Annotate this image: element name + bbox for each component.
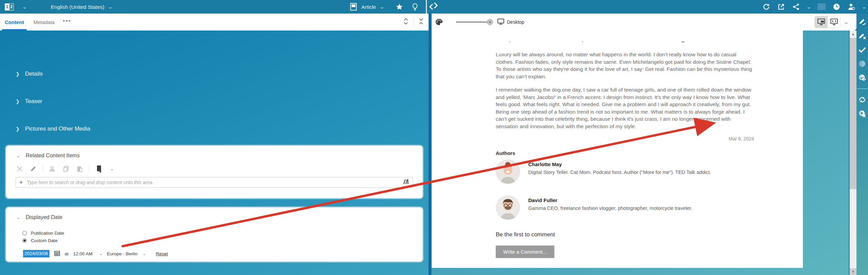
- chevron-down-icon[interactable]: ⌄: [22, 4, 27, 9]
- article-doc-icon: [349, 3, 357, 11]
- add-item-icon[interactable]: [95, 165, 103, 173]
- tab-content-label: Content: [5, 19, 24, 25]
- expand-all-icon[interactable]: [403, 18, 409, 26]
- lightbulb-icon[interactable]: [411, 3, 419, 11]
- app-icon[interactable]: 1 2: [5, 3, 14, 11]
- authors-heading: Authors: [496, 150, 754, 156]
- editor-panel: Content Metadata ••• ❯ Details: [0, 14, 429, 275]
- analytics-icon: [817, 3, 826, 11]
- article-paragraph: I remember walking the dog one day, I sa…: [496, 86, 754, 130]
- language-label: English (United States): [51, 4, 104, 10]
- open-in-new-icon[interactable]: [777, 3, 785, 11]
- scroll-up-arrow[interactable]: ▲: [850, 31, 856, 37]
- edit-icon[interactable]: [29, 165, 37, 173]
- preview-options-chevron-icon[interactable]: ⌄: [843, 19, 849, 25]
- zoom-slider[interactable]: [456, 22, 490, 22]
- section-label: Details: [25, 71, 43, 77]
- radio-custom-date[interactable]: Custom Date: [22, 238, 58, 243]
- cut-icon[interactable]: [48, 165, 57, 173]
- time-value: 12:00 AM: [73, 251, 93, 256]
- sync-arrows-icon[interactable]: [859, 96, 866, 103]
- share-chevron-icon[interactable]: ⌄: [806, 4, 811, 9]
- history-clock-icon[interactable]: [832, 3, 841, 11]
- chevron-right-icon: ❯: [16, 71, 20, 77]
- language-selector[interactable]: English (United States) ⌄: [51, 4, 112, 10]
- clipped-text-line: [496, 41, 754, 43]
- page-type-label: Article: [361, 4, 376, 10]
- reset-link[interactable]: Reset: [156, 251, 168, 256]
- radio-label: Publication Date: [31, 231, 64, 236]
- app-window: 1 2 ⌄ English (United States) ⌄ Article …: [0, 0, 868, 275]
- search-placeholder: Type here to search or drag and drop con…: [27, 180, 403, 185]
- monitor-icon: [497, 19, 504, 26]
- tab-metadata[interactable]: Metadata: [29, 14, 60, 31]
- add-item-chevron-icon[interactable]: ⌄: [110, 167, 114, 171]
- chevron-right-icon: ❯: [16, 126, 20, 132]
- scrollbar-thumb[interactable]: [850, 38, 856, 189]
- approve-check-icon[interactable]: [859, 46, 866, 54]
- app-icon-pane-2: 2: [9, 4, 14, 10]
- preview-page[interactable]: Luxury will be always around, no matter …: [432, 31, 803, 268]
- publish-globe-check-icon[interactable]: [859, 74, 866, 81]
- chevron-down-icon: ⌄: [108, 4, 113, 9]
- full-view-button[interactable]: [828, 16, 841, 28]
- radio-publication-date[interactable]: Publication Date: [22, 231, 64, 236]
- remove-icon[interactable]: [16, 165, 24, 173]
- favorites-star-icon[interactable]: [395, 3, 403, 11]
- tabbar-separator: [413, 18, 414, 26]
- share-icon[interactable]: [792, 3, 800, 11]
- copy-icon[interactable]: [62, 165, 70, 173]
- timezone-select[interactable]: Europe - Berlin ⌄: [107, 251, 145, 256]
- calendar-icon[interactable]: [54, 251, 60, 257]
- content-form: ❯ Details ❯ Teaser ❯ Pictures and Other …: [0, 31, 429, 275]
- page-type-chevron-icon[interactable]: ⌄: [379, 4, 384, 9]
- radio-checked-icon[interactable]: [22, 238, 27, 243]
- browse-chooser-icon[interactable]: [403, 179, 409, 186]
- author-bio: Gamma CEO, freelance fashion vlogger, ph…: [528, 205, 692, 211]
- more-tabs-icon[interactable]: •••: [59, 18, 75, 25]
- related-content-header[interactable]: ⌄ Related Content Items: [6, 146, 422, 159]
- section-teaser[interactable]: ❯ Teaser: [16, 98, 42, 105]
- collapse-all-icon[interactable]: [418, 18, 424, 26]
- tab-metadata-label: Metadata: [34, 19, 55, 25]
- preview-scrollbar[interactable]: ▲ ▼: [850, 31, 856, 275]
- topbar-divider: [426, 0, 427, 14]
- section-pictures[interactable]: ❯ Pictures and Other Media: [16, 125, 91, 132]
- section-details[interactable]: ❯ Details: [16, 71, 43, 77]
- cancel-edit-icon[interactable]: [859, 32, 866, 40]
- tab-content[interactable]: Content: [0, 14, 29, 31]
- at-label: at: [65, 251, 68, 256]
- split-view-button[interactable]: [815, 16, 828, 28]
- app-switcher[interactable]: 1 2 ⌄: [0, 3, 26, 11]
- article-paragraph: Luxury will be always around, no matter …: [496, 51, 754, 80]
- chevron-down-icon: ⌄: [16, 153, 20, 158]
- related-content-title: Related Content Items: [26, 153, 80, 159]
- date-input[interactable]: 2024/03/06: [23, 250, 50, 257]
- zoom-slider-handle[interactable]: [487, 19, 493, 25]
- related-content-search[interactable]: + Type here to search or drag and drop c…: [16, 177, 413, 188]
- scroll-down-arrow[interactable]: ▼: [850, 268, 856, 275]
- refresh-icon[interactable]: [762, 3, 770, 11]
- radio-icon[interactable]: [22, 231, 27, 235]
- user-settings-icon[interactable]: [847, 3, 855, 11]
- timezone-value: Europe - Berlin: [107, 251, 137, 256]
- radio-label: Custom Date: [31, 238, 58, 243]
- preview-viewport: Luxury will be always around, no matter …: [432, 31, 849, 275]
- user-chevron-icon[interactable]: ⌄: [862, 4, 867, 9]
- unpublish-globe-x-icon[interactable]: [859, 110, 866, 117]
- write-comment-button[interactable]: Write a Comment...: [496, 245, 554, 258]
- comments-empty-text: Be the first to comment: [496, 231, 754, 238]
- edit-page-icon[interactable]: [859, 18, 866, 26]
- chevron-right-icon: ❯: [16, 99, 20, 104]
- related-content-toolbar: ⌄: [6, 159, 422, 176]
- panel-splitter[interactable]: [429, 14, 432, 275]
- preview-mode-toggle: [814, 16, 841, 28]
- paste-icon[interactable]: [76, 165, 84, 173]
- author-row: Charlotte May Digital Story Teller. Cat …: [496, 159, 754, 184]
- time-select[interactable]: 12:00 AM ⌄: [73, 251, 102, 256]
- displayed-date-header[interactable]: ⌄ Displayed Date: [6, 208, 422, 220]
- avatar: [496, 195, 520, 220]
- palette-icon[interactable]: [435, 18, 443, 26]
- top-app-bar: 1 2 ⌄ English (United States) ⌄ Article …: [0, 0, 868, 14]
- nav-forward-icon[interactable]: [433, 2, 438, 11]
